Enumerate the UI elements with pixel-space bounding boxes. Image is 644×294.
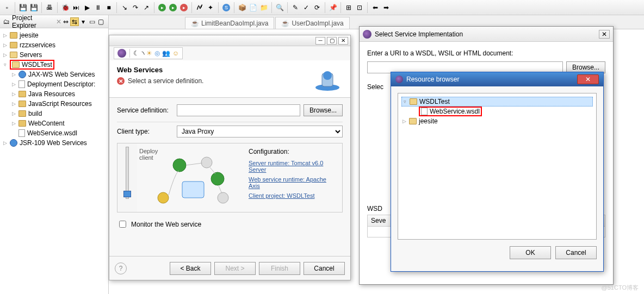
monitor-checkbox[interactable]	[119, 221, 126, 228]
cfg-client-project-link[interactable]: Client project: WSDLTest	[249, 192, 338, 199]
tree-item-jeesite[interactable]: ▷jeesite	[0, 30, 108, 40]
save-icon[interactable]: 💾	[18, 3, 28, 12]
moon-icon[interactable]: ☾	[133, 49, 139, 57]
cfg-server-runtime-link[interactable]: Server runtime: Tomcat v6.0 Server	[249, 160, 338, 173]
package-icon[interactable]: 📦	[237, 3, 247, 12]
tab-userdaoimpl[interactable]: ☕ UserDaoImpl.java	[275, 17, 349, 29]
new-icon[interactable]: ▫	[2, 3, 12, 12]
next-button[interactable]: Next >	[214, 262, 256, 275]
minimize-icon[interactable]: ▭	[88, 17, 96, 26]
tree-item-servers[interactable]: ▷Servers	[0, 50, 108, 60]
deploy-slider[interactable]	[126, 147, 129, 199]
expander-icon[interactable]: ▿	[2, 62, 8, 67]
client-type-select[interactable]: Java Proxy	[177, 126, 343, 137]
tree-item-jsr-109-web-services[interactable]: ▷JSR-109 Web Services	[0, 138, 108, 148]
maximize-button[interactable]: ▢	[327, 37, 337, 45]
tree-item-wsdltest[interactable]: ▿WSDLTest	[0, 60, 108, 70]
tree-item-webservice-wsdl[interactable]: WebService.wsdl	[0, 128, 108, 138]
save-all-icon[interactable]: 💾	[29, 3, 39, 12]
finish-button[interactable]: Finish	[259, 262, 300, 275]
tree-item-label: build	[28, 110, 42, 117]
resource-tree[interactable]: ▿WSDLTestWebService.wsdl▷jeesite	[398, 93, 597, 240]
print-icon[interactable]: 🖶	[45, 3, 54, 12]
link-editor-icon[interactable]: ⇆	[70, 17, 79, 26]
tree-item-webcontent[interactable]: ▷WebContent	[0, 118, 108, 128]
pin-icon[interactable]: 📌	[328, 3, 338, 12]
expander-icon[interactable]: ▷	[11, 111, 16, 116]
wand-icon[interactable]: ৲	[141, 49, 144, 57]
expander-icon[interactable]: ▷	[11, 91, 16, 97]
new-server-icon[interactable]: 🗲	[195, 3, 205, 12]
collapse-all-icon[interactable]: ⇔	[61, 17, 70, 26]
nav-fwd-icon[interactable]: ➡	[381, 3, 391, 12]
tree-item-build[interactable]: ▷build	[0, 109, 108, 118]
svc-icon	[18, 71, 26, 78]
search-icon[interactable]: 🔍	[275, 3, 284, 12]
help-button[interactable]: ?	[115, 262, 127, 274]
browse-service-button[interactable]: Browse...	[304, 104, 343, 116]
run-dropdown-icon[interactable]: ▸	[157, 3, 167, 12]
expander-icon[interactable]: ▷	[11, 121, 16, 126]
expander-icon[interactable]: ▿	[402, 99, 407, 104]
close-button[interactable]: ✕	[577, 74, 599, 84]
maximize-icon[interactable]: ▢	[96, 17, 105, 26]
tree-item-java-resources[interactable]: ▷Java Resources	[0, 89, 108, 99]
folder-open-icon	[10, 52, 17, 58]
cancel-button[interactable]: Cancel	[304, 262, 345, 275]
tree-item-rzzxservices[interactable]: ▷rzzxservices	[0, 40, 108, 50]
type-icon[interactable]: 📄	[248, 3, 258, 12]
project-tree[interactable]: ▷jeesite▷rzzxservices▷Servers▿WSDLTest▷J…	[0, 28, 108, 150]
expander-icon[interactable]: ▷	[11, 72, 16, 77]
earth-icon[interactable]: S	[221, 3, 231, 12]
back-button[interactable]: < Back	[170, 262, 211, 275]
expander-icon[interactable]: ▷	[2, 52, 8, 58]
expander-icon[interactable]: ▷	[401, 118, 407, 124]
expander-icon[interactable]: ▷	[11, 101, 16, 107]
step-over-icon[interactable]: ↷	[131, 3, 140, 12]
close-button[interactable]: ✕	[599, 30, 610, 39]
debug-icon[interactable]: 🐞	[60, 3, 70, 12]
ext-tools-icon[interactable]: ▸	[179, 3, 189, 12]
view-menu-icon[interactable]: ▾	[79, 17, 88, 26]
svg-point-4	[173, 159, 186, 172]
expander-icon[interactable]: ▷	[2, 140, 8, 146]
task-icon[interactable]: ✓	[301, 3, 311, 12]
minimize-button[interactable]: ─	[315, 37, 325, 45]
expander-icon[interactable]: ▷	[2, 33, 8, 38]
skip-icon[interactable]: ⏭	[71, 3, 81, 12]
tree-item-deployment-descriptor-[interactable]: ▷Deployment Descriptor:	[0, 79, 108, 89]
cfg-ws-runtime-link[interactable]: Web service runtime: Apache Axis	[249, 176, 338, 189]
annotate-icon[interactable]: ✎	[290, 3, 300, 12]
tab-limitbeandao[interactable]: ☕ LimitBeanDaoImpl.java	[185, 17, 274, 29]
resource-item-wsdltest[interactable]: ▿WSDLTest	[401, 97, 593, 107]
step-out-icon[interactable]: ↗	[141, 3, 151, 12]
expander-icon[interactable]: ▷	[11, 82, 16, 87]
eclipse-icon	[363, 30, 371, 39]
resource-item-webservice-wsdl[interactable]: WebService.wsdl	[401, 107, 593, 116]
close-button[interactable]: ✕	[338, 37, 348, 45]
ok-button[interactable]: OK	[510, 246, 551, 259]
service-def-input[interactable]	[177, 104, 300, 116]
close-view-icon[interactable]: ✕	[56, 18, 61, 26]
refresh-icon[interactable]: ⟳	[312, 3, 322, 12]
sun-icon[interactable]: ☀	[146, 49, 152, 57]
stop-icon[interactable]: ■	[104, 3, 114, 12]
target-icon[interactable]: ◎	[154, 49, 160, 57]
people-icon[interactable]: 👥	[162, 49, 170, 57]
smiley-icon[interactable]: ☺	[172, 49, 179, 57]
step-icon[interactable]: ↘	[120, 3, 129, 12]
dialog3-title: Resource browser	[406, 76, 459, 83]
debug-dropdown-icon[interactable]: ▸	[168, 3, 178, 12]
open-task-icon[interactable]: ⊡	[355, 3, 364, 12]
nav-back-icon[interactable]: ⬅	[370, 3, 380, 12]
open-type-icon[interactable]: ⊞	[344, 3, 354, 12]
folder-icon[interactable]: 📁	[259, 3, 269, 12]
resume-icon[interactable]: ▶	[82, 3, 92, 12]
expander-icon[interactable]: ▷	[2, 42, 8, 48]
resource-item-jeesite[interactable]: ▷jeesite	[401, 116, 593, 126]
tree-item-javascript-resources[interactable]: ▷JavaScript Resources	[0, 99, 108, 109]
tree-item-jax-ws-web-services[interactable]: ▷JAX-WS Web Services	[0, 70, 108, 79]
cancel-button[interactable]: Cancel	[555, 246, 597, 259]
new-ws-icon[interactable]: ✦	[206, 3, 215, 12]
pause-icon[interactable]: ⏸	[93, 3, 103, 12]
